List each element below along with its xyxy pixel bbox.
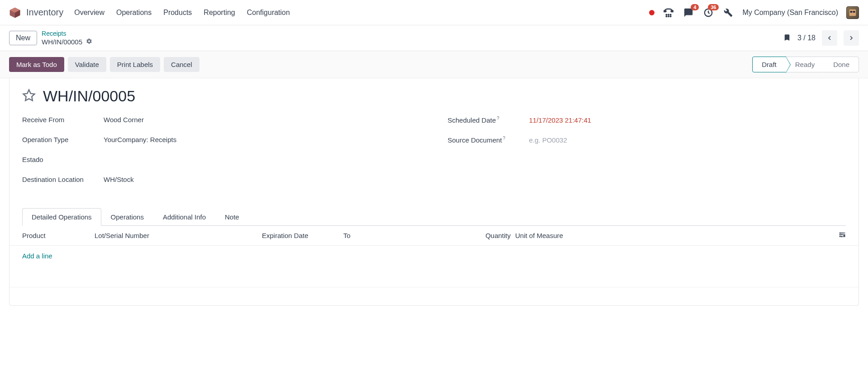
add-line-link[interactable]: Add a line — [22, 252, 52, 260]
nav-operations[interactable]: Operations — [116, 9, 152, 17]
breadcrumb-parent[interactable]: Receipts — [42, 30, 92, 38]
svg-rect-15 — [852, 11, 853, 12]
tabs: Detailed Operations Operations Additiona… — [22, 208, 846, 226]
user-avatar[interactable] — [846, 6, 859, 19]
app-name[interactable]: Inventory — [26, 7, 63, 18]
activities-badge: 36 — [708, 4, 719, 10]
table-header: Product Lot/Serial Number Expiration Dat… — [9, 226, 859, 246]
operations-table: Product Lot/Serial Number Expiration Dat… — [9, 226, 859, 305]
nav-reporting[interactable]: Reporting — [204, 9, 235, 17]
nav-overview[interactable]: Overview — [74, 9, 104, 17]
new-button[interactable]: New — [9, 31, 37, 45]
source-document-input[interactable]: e.g. PO0032 — [529, 136, 567, 144]
svg-marker-16 — [24, 90, 35, 101]
col-lot[interactable]: Lot/Serial Number — [95, 232, 262, 239]
svg-rect-14 — [853, 11, 855, 13]
tab-detailed-operations[interactable]: Detailed Operations — [22, 208, 101, 226]
help-icon[interactable]: ? — [497, 116, 499, 121]
mark-as-todo-button[interactable]: Mark as Todo — [9, 57, 64, 72]
svg-point-8 — [666, 16, 667, 17]
print-labels-button[interactable]: Print Labels — [110, 57, 160, 72]
tab-additional-info[interactable]: Additional Info — [153, 208, 215, 226]
status-draft[interactable]: Draft — [752, 57, 786, 72]
form-grid: Receive From Wood Corner Operation Type … — [22, 116, 846, 195]
star-icon[interactable] — [22, 89, 36, 104]
phone-icon[interactable] — [663, 7, 674, 19]
topbar-right: 4 36 My Company (San Francisco) — [649, 6, 859, 19]
col-product[interactable]: Product — [22, 232, 95, 239]
breadcrumb-current: WH/IN/00005 — [42, 38, 82, 47]
form-sheet: WH/IN/00005 Receive From Wood Corner Ope… — [9, 78, 859, 306]
svg-rect-4 — [671, 10, 674, 12]
adjust-columns-icon[interactable] — [832, 231, 846, 240]
svg-rect-13 — [850, 11, 853, 13]
scheduled-date-label: Scheduled Date? — [448, 116, 529, 124]
status-done[interactable]: Done — [824, 57, 859, 72]
messages-icon[interactable]: 4 — [683, 7, 694, 19]
subbar-right: 3 / 18 — [783, 30, 859, 46]
bookmark-icon[interactable] — [783, 33, 791, 44]
svg-rect-18 — [839, 233, 845, 233]
col-expiration[interactable]: Expiration Date — [262, 232, 343, 239]
receive-from-label: Receive From — [22, 116, 104, 124]
tools-icon[interactable] — [722, 7, 734, 19]
help-icon[interactable]: ? — [503, 136, 506, 141]
messages-badge: 4 — [691, 4, 699, 10]
recording-indicator-icon — [649, 10, 655, 15]
svg-point-7 — [670, 14, 671, 15]
form-col-left: Receive From Wood Corner Operation Type … — [22, 116, 421, 195]
activities-icon[interactable]: 36 — [702, 7, 714, 19]
svg-point-6 — [668, 14, 669, 15]
company-selector[interactable]: My Company (San Francisco) — [742, 9, 838, 17]
title-row: WH/IN/00005 — [22, 87, 846, 105]
table-footer — [9, 287, 859, 305]
breadcrumb: Receipts WH/IN/00005 — [42, 30, 92, 46]
scheduled-date-value[interactable]: 11/17/2023 21:47:41 — [529, 116, 592, 124]
form-col-right: Scheduled Date? 11/17/2023 21:47:41 Sour… — [448, 116, 846, 195]
tab-note[interactable]: Note — [215, 208, 249, 226]
control-panel: New Receipts WH/IN/00005 3 / 18 — [0, 25, 868, 51]
action-buttons: Mark as Todo Validate Print Labels Cance… — [9, 57, 199, 72]
svg-rect-22 — [839, 237, 845, 237]
gear-icon[interactable] — [86, 38, 92, 47]
operation-type-label: Operation Type — [22, 136, 104, 143]
status-bar: Mark as Todo Validate Print Labels Cance… — [0, 51, 868, 78]
col-to[interactable]: To — [343, 232, 479, 239]
svg-rect-3 — [664, 10, 666, 12]
svg-rect-12 — [849, 9, 856, 16]
receive-from-value[interactable]: Wood Corner — [104, 116, 144, 124]
col-quantity[interactable]: Quantity — [479, 232, 511, 239]
svg-point-5 — [666, 14, 667, 15]
col-uom[interactable]: Unit of Measure — [511, 232, 832, 239]
validate-button[interactable]: Validate — [68, 57, 106, 72]
top-nav: Overview Operations Products Reporting C… — [74, 9, 290, 17]
tab-operations[interactable]: Operations — [101, 208, 153, 226]
source-document-label: Source Document? — [448, 136, 529, 144]
svg-point-10 — [670, 16, 671, 17]
destination-label: Destination Location — [22, 176, 104, 183]
table-body: Add a line — [9, 246, 859, 287]
estado-label: Estado — [22, 156, 104, 163]
pager-text[interactable]: 3 / 18 — [797, 34, 816, 42]
operation-type-value[interactable]: YourCompany: Receipts — [104, 136, 176, 143]
page-title: WH/IN/00005 — [43, 87, 135, 105]
destination-value[interactable]: WH/Stock — [104, 176, 134, 183]
status-steps: Draft Ready Done — [753, 57, 859, 72]
cancel-button[interactable]: Cancel — [164, 57, 199, 72]
nav-configuration[interactable]: Configuration — [247, 9, 290, 17]
app-logo-icon[interactable] — [9, 7, 21, 19]
nav-products[interactable]: Products — [163, 9, 192, 17]
pager-prev-button[interactable] — [822, 30, 837, 46]
status-ready[interactable]: Ready — [786, 57, 824, 72]
pager-next-button[interactable] — [844, 30, 859, 46]
svg-point-9 — [668, 16, 669, 17]
topbar: Inventory Overview Operations Products R… — [0, 0, 868, 25]
svg-rect-20 — [839, 235, 845, 235]
